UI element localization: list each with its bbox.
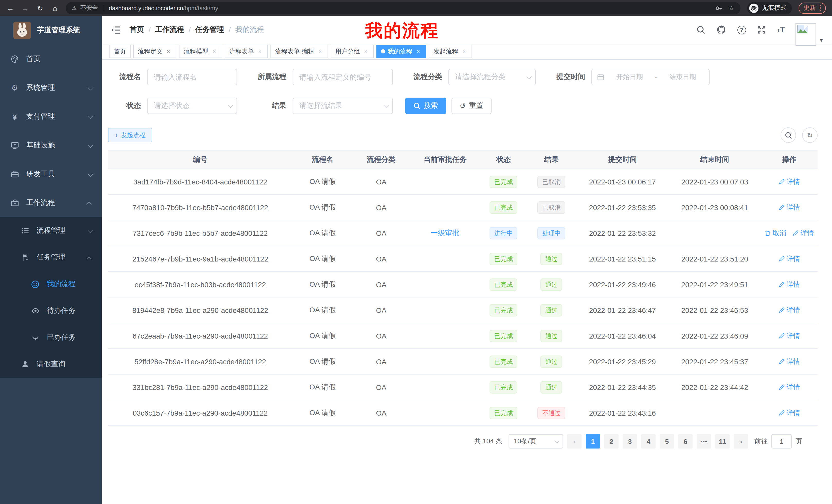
- sidebar-item-devtools[interactable]: 研发工具: [0, 160, 102, 189]
- page-button[interactable]: 5: [660, 434, 674, 449]
- submit-time-range[interactable]: 开始日期 - 结束日期: [591, 69, 710, 85]
- detail-link[interactable]: 详情: [779, 331, 800, 340]
- detail-link[interactable]: 详情: [779, 357, 800, 366]
- status-badge: 已完成: [490, 381, 518, 393]
- page-button[interactable]: 4: [641, 434, 656, 449]
- search-icon[interactable]: [696, 25, 705, 34]
- task-link[interactable]: 一级审批: [431, 228, 460, 237]
- tab-process-definition[interactable]: 流程定义×: [133, 45, 176, 58]
- table-row: 52ffd28e-7b9a-11ec-a290-acde48001122 OA …: [108, 348, 817, 374]
- last-page-button[interactable]: 11: [715, 434, 730, 449]
- home-icon[interactable]: ⌂: [51, 4, 59, 12]
- chevron-down-icon: [88, 84, 92, 92]
- edit-icon: [779, 410, 785, 416]
- sidebar-item-home[interactable]: 首页: [0, 45, 102, 74]
- divider: [103, 5, 104, 11]
- refresh-icon: ↺: [460, 102, 466, 109]
- sidebar-fold-icon[interactable]: [111, 26, 121, 34]
- search-toggle-button[interactable]: [781, 128, 796, 143]
- sidebar-item-leave-query[interactable]: 请假查询: [0, 351, 102, 377]
- back-icon[interactable]: ←: [6, 4, 15, 12]
- tab-process-form-edit[interactable]: 流程表单-编辑×: [270, 45, 328, 58]
- process-def-input[interactable]: [293, 69, 393, 85]
- detail-link[interactable]: 详情: [779, 280, 800, 289]
- create-process-button[interactable]: + 发起流程: [108, 128, 152, 142]
- close-icon[interactable]: ×: [317, 48, 323, 54]
- detail-link[interactable]: 详情: [779, 177, 800, 186]
- page-button[interactable]: 1: [586, 434, 600, 449]
- refresh-button[interactable]: ↻: [802, 128, 817, 143]
- page-size-select[interactable]: 10条/页: [509, 434, 563, 449]
- edit-icon: [779, 333, 785, 339]
- result-badge: 处理中: [538, 227, 565, 239]
- category-select[interactable]: 请选择流程分类: [448, 69, 536, 85]
- reset-button[interactable]: ↺ 重置: [451, 97, 491, 114]
- total-count: 共 104 条: [474, 437, 502, 446]
- sidebar-item-payment[interactable]: ¥ 支付管理: [0, 102, 102, 131]
- github-icon[interactable]: [716, 25, 726, 35]
- tab-my-process[interactable]: 我的流程×: [376, 45, 426, 58]
- tab-start-process[interactable]: 发起流程×: [429, 45, 472, 58]
- col-result: 结果: [526, 150, 576, 169]
- page-button[interactable]: 2: [604, 434, 619, 449]
- forward-icon[interactable]: →: [21, 4, 29, 12]
- status-badge: 已完成: [490, 304, 518, 316]
- status-badge: 已完成: [490, 175, 518, 188]
- close-icon[interactable]: ×: [257, 48, 263, 54]
- detail-link[interactable]: 详情: [779, 254, 800, 263]
- address-bar[interactable]: ⚠ 不安全 dashboard.yudao.iocoder.cn/bpm/tas…: [66, 2, 740, 14]
- sidebar-item-system[interactable]: ⚙ 系统管理: [0, 74, 102, 102]
- process-name-input[interactable]: [147, 69, 237, 85]
- help-icon[interactable]: ?: [737, 25, 746, 34]
- bookmark-star-icon[interactable]: ☆: [729, 4, 734, 11]
- reload-icon[interactable]: ↻: [36, 4, 44, 12]
- next-page-button[interactable]: ›: [734, 434, 748, 449]
- breadcrumb-workflow[interactable]: 工作流程: [155, 25, 184, 34]
- result-badge: 已取消: [538, 201, 565, 214]
- close-icon[interactable]: ×: [165, 48, 172, 54]
- tab-process-model[interactable]: 流程模型×: [179, 45, 222, 58]
- close-icon[interactable]: ×: [415, 48, 422, 54]
- close-icon[interactable]: ×: [211, 48, 217, 54]
- update-label: 更新: [803, 4, 816, 12]
- menu-dots-icon: [820, 5, 821, 11]
- sidebar-item-todo-tasks[interactable]: 待办任务: [0, 298, 102, 324]
- sidebar-item-my-process[interactable]: 我的流程: [0, 271, 102, 298]
- page-button[interactable]: 6: [678, 434, 693, 449]
- tab-process-form[interactable]: 流程表单×: [225, 45, 268, 58]
- user-menu[interactable]: ▾: [796, 23, 823, 46]
- detail-link[interactable]: 详情: [779, 408, 800, 417]
- jump-page-input[interactable]: [771, 434, 792, 449]
- breadcrumb-task-mgmt[interactable]: 任务管理: [196, 25, 224, 34]
- trash-icon: [765, 230, 771, 236]
- status-select[interactable]: 请选择状态: [147, 97, 237, 114]
- close-icon[interactable]: ×: [363, 48, 369, 54]
- avatar[interactable]: [796, 23, 816, 46]
- detail-link[interactable]: 详情: [779, 305, 800, 315]
- sidebar-item-task-mgmt[interactable]: 任务管理: [0, 244, 102, 271]
- fullscreen-icon[interactable]: [757, 25, 766, 34]
- font-size-icon[interactable]: TT: [777, 26, 785, 34]
- tab-user-group[interactable]: 用户分组×: [331, 45, 374, 58]
- detail-link[interactable]: 详情: [779, 203, 800, 212]
- prev-page-button[interactable]: ‹: [567, 434, 581, 449]
- detail-link[interactable]: 详情: [792, 228, 814, 237]
- breadcrumb-home[interactable]: 首页: [130, 25, 144, 34]
- cancel-link[interactable]: 取消: [765, 228, 786, 237]
- search-button[interactable]: 搜索: [405, 97, 446, 114]
- key-icon[interactable]: [715, 4, 723, 11]
- page-button[interactable]: 3: [623, 434, 637, 449]
- app-title: 芋道管理系统: [37, 26, 80, 35]
- update-button[interactable]: 更新: [798, 2, 826, 13]
- tab-home[interactable]: 首页: [109, 45, 131, 58]
- sidebar-item-process-mgmt[interactable]: 流程管理: [0, 217, 102, 244]
- sidebar-item-infra[interactable]: 基础设施: [0, 131, 102, 160]
- sidebar-item-workflow[interactable]: 工作流程: [0, 189, 102, 217]
- detail-link[interactable]: 详情: [779, 383, 800, 392]
- sidebar-item-done-tasks[interactable]: 已办任务: [0, 324, 102, 351]
- close-icon[interactable]: ×: [461, 48, 467, 54]
- chevron-down-icon: [228, 103, 233, 108]
- edit-icon: [792, 230, 799, 236]
- result-select[interactable]: 请选择流结果: [293, 97, 393, 114]
- more-pages-button[interactable]: •••: [697, 434, 711, 449]
